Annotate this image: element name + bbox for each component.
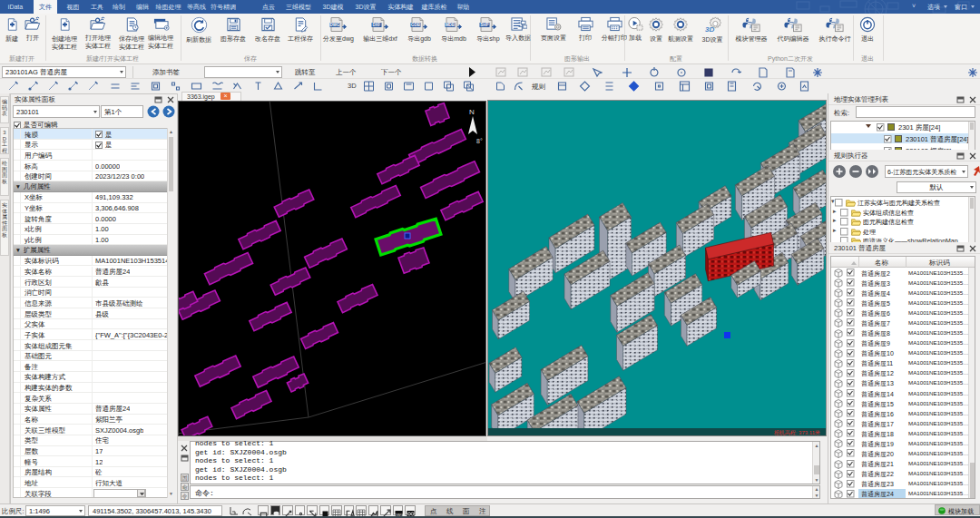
svg-text:DXF: DXF xyxy=(373,23,381,27)
svg-text:8°: 8° xyxy=(476,138,483,144)
svg-text:N: N xyxy=(469,108,475,116)
svg-text:MDB: MDB xyxy=(446,23,456,27)
svg-text:GDB: GDB xyxy=(411,23,421,27)
svg-text:相机高程: 373.11米: 相机高程: 373.11米 xyxy=(774,429,820,436)
svg-text:SHP: SHP xyxy=(480,23,488,27)
svg-text:DWG: DWG xyxy=(330,23,340,27)
